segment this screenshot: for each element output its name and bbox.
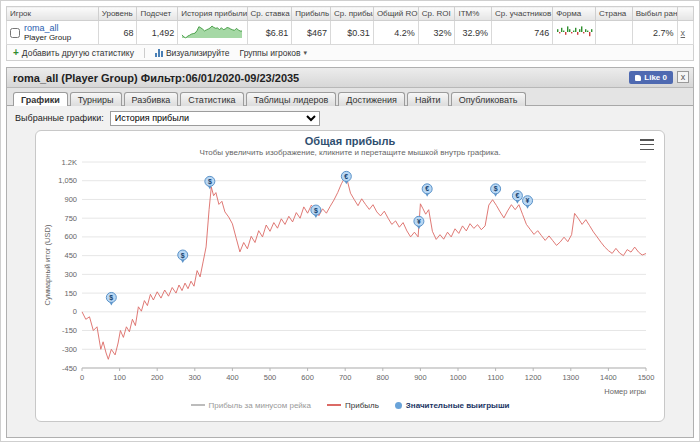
col-total-roi[interactable]: Общий ROI xyxy=(373,7,418,21)
player-stats-table: Игрок Уровень Подсчет История прибыли Ср… xyxy=(6,6,694,45)
tab-breakdown[interactable]: Разбивка xyxy=(124,92,179,106)
panel-title: roma_all (Player Group) Фильтр:06/01/202… xyxy=(13,72,629,84)
like-button[interactable]: Like 0 xyxy=(629,71,673,84)
tab-achievements[interactable]: Достижения xyxy=(338,92,405,106)
plus-icon: + xyxy=(13,49,19,57)
tab-statistics[interactable]: Статистика xyxy=(180,92,243,106)
svg-text:300: 300 xyxy=(189,373,202,382)
svg-text:0: 0 xyxy=(73,307,77,316)
svg-text:¥: ¥ xyxy=(526,197,530,204)
chevron-down-icon: ▾ xyxy=(304,49,308,57)
cell-profit: $467 xyxy=(292,21,331,45)
table-header-row: Игрок Уровень Подсчет История прибыли Ср… xyxy=(7,7,694,21)
chart-card: Общая прибыль Чтобы увеличить изображени… xyxy=(35,130,665,422)
legend-item-2[interactable]: Значительные выигрыши xyxy=(395,401,510,410)
tab-publish[interactable]: Опубликовать xyxy=(451,92,526,106)
svg-text:1.2K: 1.2K xyxy=(62,158,77,167)
profit-sparkline xyxy=(181,25,243,39)
col-itm[interactable]: ITM% xyxy=(455,7,492,21)
col-avg-roi[interactable]: Ср. ROI xyxy=(418,7,455,21)
col-avg-stake[interactable]: Ср. ставка xyxy=(247,7,292,21)
player-groups-dropdown[interactable]: Группы игроков ▾ xyxy=(240,48,308,58)
cell-early-bust: 2.7% xyxy=(632,21,677,45)
legend-item-0[interactable]: Прибыль за минусом рейка xyxy=(191,401,311,410)
form-sparkline xyxy=(556,26,594,38)
cell-avg-profit: $0.31 xyxy=(331,21,374,45)
player-groups-label: Группы игроков xyxy=(240,48,301,58)
svg-text:0: 0 xyxy=(80,373,84,382)
chart-legend: Прибыль за минусом рейкаПрибыльЗначитель… xyxy=(40,398,660,412)
toolbar-divider xyxy=(144,48,145,58)
svg-text:Номер игры: Номер игры xyxy=(604,387,646,396)
cell-avg-entrants: 746 xyxy=(492,21,553,45)
svg-text:1300: 1300 xyxy=(562,373,579,382)
svg-text:800: 800 xyxy=(377,373,390,382)
svg-text:100: 100 xyxy=(113,373,126,382)
cell-total-roi: 4.2% xyxy=(373,21,418,45)
profit-chart-svg[interactable]: -450-300-15001503004506007509001,0501.2K… xyxy=(40,158,660,398)
svg-text:750: 750 xyxy=(64,214,77,223)
panel-header: roma_all (Player Group) Фильтр:06/01/202… xyxy=(7,68,693,88)
visualize-button[interactable]: Визуализируйте xyxy=(155,48,230,58)
cell-country xyxy=(596,21,633,45)
panel-body: Выбранные графики: История прибыли Общая… xyxy=(7,106,693,422)
chart-subtitle: Чтобы увеличить изображение, кликните и … xyxy=(40,148,660,158)
svg-text:$: $ xyxy=(181,252,185,260)
tab-leaderboards[interactable]: Таблицы лидеров xyxy=(246,92,337,106)
svg-text:600: 600 xyxy=(64,232,77,241)
cell-avg-roi: 32% xyxy=(418,21,455,45)
chart-menu-button[interactable] xyxy=(640,139,654,150)
bar-chart-icon xyxy=(155,49,163,57)
col-avg-entrants[interactable]: Ср. участников xyxy=(492,7,553,21)
graph-select[interactable]: История прибыли xyxy=(110,111,320,126)
col-form[interactable]: Форма xyxy=(553,7,596,21)
svg-text:€: € xyxy=(515,192,519,199)
table-row: roma_all Player Group 68 1,492 $6.81 $46… xyxy=(7,21,694,45)
col-early-bust[interactable]: Выбыл рано xyxy=(632,7,677,21)
col-level[interactable]: Уровень xyxy=(98,7,137,21)
svg-text:300: 300 xyxy=(64,270,77,279)
tab-graphs[interactable]: Графики xyxy=(13,92,68,106)
col-count[interactable]: Подсчет xyxy=(137,7,178,21)
thumb-up-icon xyxy=(635,75,641,81)
tab-tournaments[interactable]: Турниры xyxy=(70,92,122,106)
col-player[interactable]: Игрок xyxy=(7,7,99,21)
close-button[interactable]: x xyxy=(677,71,689,83)
svg-text:1400: 1400 xyxy=(600,373,617,382)
svg-text:900: 900 xyxy=(64,195,77,204)
svg-text:1100: 1100 xyxy=(488,373,504,382)
svg-text:$: $ xyxy=(314,207,318,215)
legend-line-swatch xyxy=(327,404,341,406)
player-subtitle: Player Group xyxy=(24,33,71,42)
svg-text:450: 450 xyxy=(64,251,77,260)
svg-text:200: 200 xyxy=(151,373,164,382)
graph-select-label: Выбранные графики: xyxy=(15,113,104,123)
legend-line-swatch xyxy=(191,404,205,406)
legend-marker-swatch xyxy=(395,402,402,409)
add-statistic-button[interactable]: + Добавить другую статистику xyxy=(13,48,134,58)
legend-item-1[interactable]: Прибыль xyxy=(327,401,379,410)
svg-text:700: 700 xyxy=(339,373,352,382)
tab-find[interactable]: Найти xyxy=(407,92,449,106)
remove-row-link[interactable]: x xyxy=(681,28,686,38)
col-avg-profit[interactable]: Ср. прибыль xyxy=(331,7,374,21)
col-remove xyxy=(677,7,693,21)
svg-text:€: € xyxy=(425,185,429,192)
svg-text:-150: -150 xyxy=(62,326,77,335)
add-statistic-label: Добавить другую статистику xyxy=(22,48,134,58)
cell-profit-history xyxy=(178,21,247,45)
svg-text:-300: -300 xyxy=(62,345,77,354)
svg-text:600: 600 xyxy=(301,373,314,382)
svg-text:$: $ xyxy=(109,294,113,302)
cell-level: 68 xyxy=(98,21,137,45)
cell-remove: x xyxy=(677,21,693,45)
svg-text:1,050: 1,050 xyxy=(58,176,77,185)
col-profit-history[interactable]: История прибыли xyxy=(178,7,247,21)
col-profit[interactable]: Прибыль xyxy=(292,7,331,21)
row-checkbox[interactable] xyxy=(10,28,20,38)
svg-text:1000: 1000 xyxy=(450,373,467,382)
svg-text:$: $ xyxy=(494,185,498,193)
svg-text:900: 900 xyxy=(414,373,427,382)
player-link[interactable]: roma_all xyxy=(24,23,59,33)
col-country[interactable]: Страна xyxy=(596,7,633,21)
